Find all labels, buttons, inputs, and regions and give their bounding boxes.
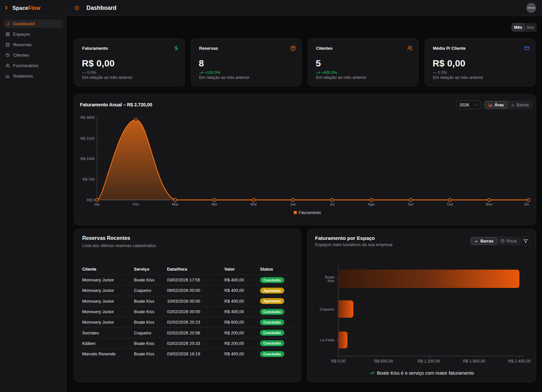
svg-text:Nov: Nov <box>486 202 493 206</box>
svg-text:R$ 1.800,00: R$ 1.800,00 <box>463 359 485 364</box>
svg-text:De: De <box>524 202 529 206</box>
svg-text:R$ 2800: R$ 2800 <box>81 116 95 119</box>
svg-text:Jul: Jul <box>330 202 335 206</box>
svg-text:Jan: Jan <box>94 202 100 206</box>
svg-text:Out: Out <box>447 202 453 206</box>
svg-text:Kiss: Kiss <box>327 279 334 283</box>
svg-text:Jun: Jun <box>290 202 296 206</box>
svg-text:R$ 1400: R$ 1400 <box>81 157 95 161</box>
svg-text:R$ 700: R$ 700 <box>83 177 95 181</box>
svg-text:R$ 0: R$ 0 <box>87 198 95 202</box>
svg-text:R$ 2.400,00: R$ 2.400,00 <box>508 359 531 364</box>
svg-text:Abr: Abr <box>212 202 217 206</box>
svg-text:Coqueiro: Coqueiro <box>320 307 334 311</box>
svg-text:R$ 0,00: R$ 0,00 <box>331 359 346 364</box>
svg-text:Mar: Mar <box>172 202 178 206</box>
svg-text:Ago: Ago <box>368 202 375 206</box>
svg-text:Mai: Mai <box>251 202 257 206</box>
svg-text:Set: Set <box>408 202 414 206</box>
svg-text:R$ 1.200,00: R$ 1.200,00 <box>418 359 440 364</box>
svg-text:R$ 600,00: R$ 600,00 <box>374 359 393 364</box>
svg-text:R$ 2100: R$ 2100 <box>81 136 95 140</box>
svg-text:La Festa: La Festa <box>320 338 335 342</box>
svg-text:Faturamento: Faturamento <box>299 210 321 215</box>
svg-text:Fev: Fev <box>133 202 139 206</box>
